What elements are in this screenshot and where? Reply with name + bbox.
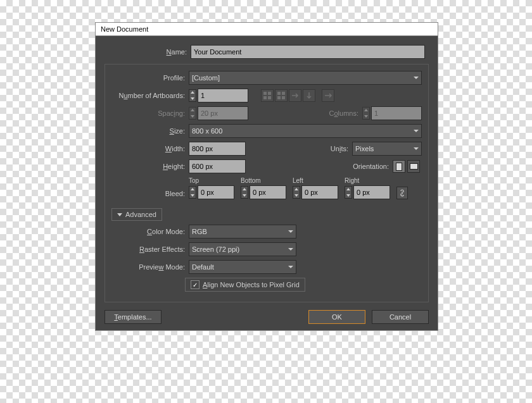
- spacing-input: [198, 106, 248, 120]
- triangle-down-icon: [117, 213, 122, 216]
- grid-by-column-icon[interactable]: [275, 89, 288, 102]
- height-label: Height:: [111, 163, 189, 170]
- bleed-label: Bleed:: [111, 190, 189, 199]
- orientation-landscape-icon[interactable]: [407, 160, 420, 173]
- colormode-dropdown[interactable]: RGB: [189, 225, 296, 239]
- svg-rect-0: [263, 92, 267, 95]
- svg-rect-6: [277, 96, 281, 99]
- link-bleed-icon[interactable]: [396, 187, 408, 199]
- svg-rect-3: [268, 96, 271, 99]
- bleed-bottom-spinner[interactable]: [241, 186, 248, 199]
- bleed-bottom-input[interactable]: [250, 185, 286, 199]
- main-group: Profile: [Custom] Number of Artboards: S…: [104, 64, 429, 302]
- arrange-down-icon[interactable]: [303, 89, 315, 102]
- chevron-down-icon: [288, 230, 293, 233]
- new-document-dialog: New Document Name: Profile: [Custom] Num…: [95, 22, 438, 331]
- columns-input: [371, 106, 422, 120]
- bleed-bottom-label: Bottom: [241, 177, 286, 184]
- name-label: Name:: [104, 48, 191, 56]
- cancel-button[interactable]: Cancel: [372, 310, 429, 324]
- preview-label: Preview Mode:: [111, 263, 189, 271]
- size-dropdown[interactable]: 800 x 600: [189, 124, 422, 138]
- bleed-top-label: Top: [189, 177, 234, 184]
- ok-button[interactable]: OK: [308, 310, 365, 324]
- name-input[interactable]: [191, 45, 425, 59]
- grid-by-row-icon[interactable]: [261, 89, 274, 102]
- window-title: New Document: [101, 25, 148, 33]
- raster-dropdown[interactable]: Screen (72 ppi): [189, 242, 296, 256]
- height-input[interactable]: [189, 159, 246, 173]
- artboards-input[interactable]: [198, 89, 248, 102]
- columns-label: Columns:: [320, 109, 362, 117]
- bleed-right-label: Right: [345, 177, 390, 184]
- svg-rect-5: [282, 92, 285, 95]
- bleed-right-spinner[interactable]: [345, 186, 352, 199]
- chevron-down-icon: [414, 147, 419, 150]
- arrange-right-icon[interactable]: [289, 89, 301, 102]
- svg-rect-2: [263, 96, 267, 99]
- units-label: Units:: [317, 145, 352, 152]
- artboards-label: Number of Artboards:: [111, 92, 189, 99]
- svg-rect-4: [277, 92, 281, 95]
- spacing-label: Spacing:: [111, 109, 189, 117]
- checkmark-icon: ✓: [191, 280, 200, 289]
- templates-button[interactable]: Templates...: [104, 310, 162, 324]
- titlebar[interactable]: New Document: [96, 23, 438, 36]
- columns-spinner: [362, 107, 370, 120]
- preview-dropdown[interactable]: Default: [189, 260, 296, 274]
- colormode-label: Color Mode:: [111, 228, 189, 235]
- bleed-left-label: Left: [293, 177, 338, 184]
- chevron-down-icon: [414, 77, 419, 79]
- profile-label: Profile:: [111, 74, 189, 82]
- artboards-spinner[interactable]: [189, 89, 196, 102]
- align-pixel-grid-checkbox[interactable]: ✓ Align New Objects to Pixel Grid: [185, 278, 305, 292]
- units-dropdown[interactable]: Pixels: [352, 142, 422, 156]
- bleed-top-input[interactable]: [198, 185, 234, 199]
- chevron-down-icon: [414, 130, 419, 132]
- width-input[interactable]: [189, 142, 246, 156]
- bleed-left-spinner[interactable]: [293, 186, 300, 199]
- orientation-portrait-icon[interactable]: [393, 160, 405, 173]
- dialog-body: Name: Profile: [Custom] Number of Artboa…: [96, 36, 438, 330]
- svg-rect-1: [268, 92, 271, 95]
- bleed-right-input[interactable]: [353, 185, 390, 199]
- arrange-right2-icon[interactable]: [322, 89, 334, 102]
- bleed-left-input[interactable]: [301, 185, 338, 199]
- size-label: Size:: [111, 127, 189, 135]
- bleed-top-spinner[interactable]: [189, 186, 196, 199]
- advanced-toggle[interactable]: Advanced: [111, 208, 162, 221]
- orientation-label: Orientation:: [341, 163, 393, 170]
- chevron-down-icon: [288, 266, 293, 268]
- spacing-spinner: [189, 107, 196, 120]
- profile-dropdown[interactable]: [Custom]: [189, 71, 422, 85]
- svg-rect-7: [282, 96, 285, 99]
- chevron-down-icon: [288, 248, 293, 251]
- width-label: Width:: [111, 145, 189, 152]
- raster-label: Raster Effects:: [111, 245, 189, 253]
